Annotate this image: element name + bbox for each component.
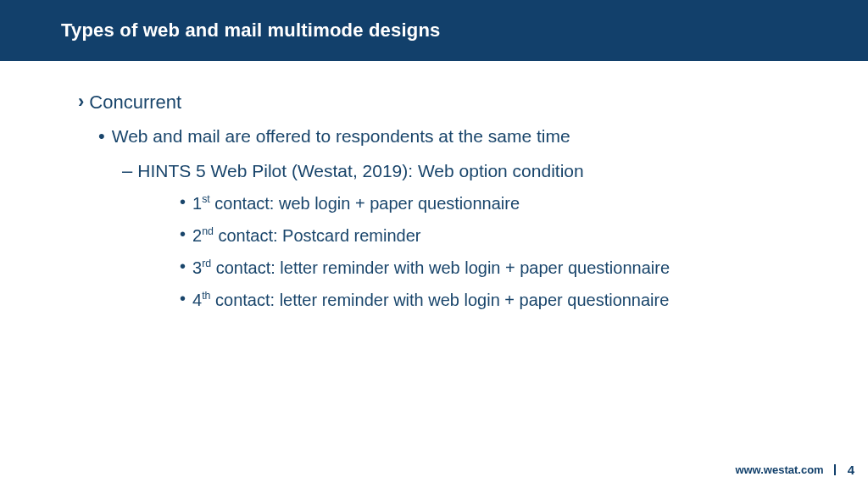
contact-3: 3rd contact: letter reminder with web lo… bbox=[192, 257, 670, 279]
ord-suffix: st bbox=[202, 193, 210, 205]
bullet-level-4: • 3rd contact: letter reminder with web … bbox=[180, 257, 773, 279]
dash-icon: – bbox=[122, 160, 132, 181]
footer: www.westat.com 4 bbox=[735, 463, 854, 476]
bullet-level-2: • Web and mail are offered to respondent… bbox=[98, 125, 804, 147]
slide: Types of web and mail multimode designs … bbox=[0, 0, 868, 488]
bullet-dot-icon: • bbox=[180, 192, 186, 212]
lvl3-text: HINTS 5 Web Pilot (Westat, 2019): Web op… bbox=[137, 160, 583, 182]
contact-4: 4th contact: letter reminder with web lo… bbox=[192, 289, 669, 311]
bullet-level-4: • 1st contact: web login + paper questio… bbox=[180, 192, 773, 214]
ord-suffix: rd bbox=[202, 258, 211, 269]
contact-1: 1st contact: web login + paper questionn… bbox=[192, 192, 520, 214]
bullet-dot-icon: • bbox=[180, 257, 186, 276]
bullet-level-4: • 2nd contact: Postcard reminder bbox=[180, 225, 773, 247]
bullet-dot-icon: • bbox=[180, 225, 186, 244]
lvl2-text: Web and mail are offered to respondents … bbox=[112, 125, 570, 147]
lvl1-text: Concurrent bbox=[89, 92, 181, 114]
ord-num: 1 bbox=[192, 194, 202, 213]
contact-rest: contact: letter reminder with web login … bbox=[210, 291, 669, 309]
ord-num: 4 bbox=[192, 291, 202, 309]
ord-num: 3 bbox=[192, 258, 202, 277]
bullet-dot-icon: • bbox=[98, 125, 105, 147]
bullet-level-4: • 4th contact: letter reminder with web … bbox=[180, 289, 773, 311]
ord-suffix: th bbox=[202, 290, 210, 302]
ord-suffix: nd bbox=[202, 225, 214, 237]
bullet-level-1: › Concurrent bbox=[78, 92, 804, 114]
contact-rest: contact: Postcard reminder bbox=[214, 226, 421, 245]
bullet-level-3: – HINTS 5 Web Pilot (Westat, 2019): Web … bbox=[122, 160, 804, 182]
contact-rest: contact: web login + paper questionnaire bbox=[210, 194, 520, 213]
footer-url: www.westat.com bbox=[735, 464, 835, 475]
slide-title: Types of web and mail multimode designs bbox=[61, 19, 440, 42]
page-number: 4 bbox=[836, 463, 854, 476]
contact-rest: contact: letter reminder with web login … bbox=[211, 258, 670, 277]
bullet-dot-icon: • bbox=[180, 289, 186, 308]
ord-num: 2 bbox=[192, 226, 202, 245]
title-bar: Types of web and mail multimode designs bbox=[0, 0, 868, 61]
content-area: › Concurrent • Web and mail are offered … bbox=[0, 61, 868, 311]
contact-2: 2nd contact: Postcard reminder bbox=[192, 225, 420, 247]
chevron-right-icon: › bbox=[78, 92, 84, 112]
